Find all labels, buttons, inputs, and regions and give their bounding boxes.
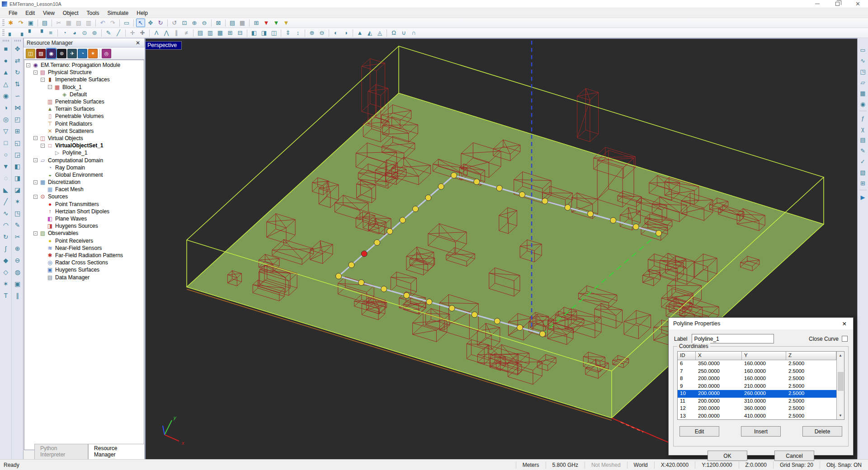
tree-item-em-terrano-propagation-module[interactable]: -◉EM.Terrano: Propagation Module xyxy=(24,61,144,69)
loft-icon[interactable]: ◬ xyxy=(375,28,384,37)
waypoint[interactable] xyxy=(472,312,477,318)
variables-icon[interactable]: χ xyxy=(858,123,868,134)
array-row-icon[interactable]: ▤ xyxy=(196,28,205,37)
section-tool-icon[interactable]: ◳ xyxy=(12,207,23,219)
view-front-icon[interactable]: ▤ xyxy=(228,19,237,27)
column-header-y[interactable]: Y xyxy=(742,352,786,360)
tree-expander-icon[interactable]: - xyxy=(26,63,30,67)
show-object-icon[interactable]: ◕ xyxy=(70,28,79,37)
insert-button[interactable]: Insert xyxy=(741,426,781,437)
freeze-object-icon[interactable]: ⊙ xyxy=(80,28,89,37)
tree-item-huygens-surfaces[interactable]: ▣Huygens Surfaces xyxy=(24,266,144,273)
intersect-tool-icon[interactable]: ◪ xyxy=(12,184,23,196)
waypoint[interactable] xyxy=(404,292,410,298)
weld-tool-icon[interactable]: ⊕ xyxy=(12,243,23,254)
star-tool-icon[interactable]: ✶ xyxy=(0,278,11,290)
tree-item-polyline-1[interactable]: ▷Polyline_1 xyxy=(24,149,144,156)
edit-nodes-icon[interactable]: ✎ xyxy=(12,219,23,231)
mirror-icon[interactable]: ◑ xyxy=(341,28,350,37)
cross-marker-icon[interactable]: ✛ xyxy=(128,28,137,37)
boolean-union-icon[interactable]: ◧ xyxy=(250,28,259,37)
cone-tool-icon[interactable]: ▲ xyxy=(0,66,11,78)
ellipse-tool-icon[interactable]: ◌ xyxy=(0,172,11,184)
validate-icon[interactable]: ✓ xyxy=(858,156,868,167)
column-header-id[interactable]: ID xyxy=(678,352,696,360)
omega-port-icon[interactable]: Ω xyxy=(389,28,398,37)
union-tool-icon[interactable]: ◧ xyxy=(12,160,23,172)
copy-icon[interactable]: ▦ xyxy=(64,19,73,27)
properties-tool-icon[interactable]: ▣ xyxy=(12,278,23,290)
waypoint[interactable] xyxy=(494,318,500,324)
menu-item-tools[interactable]: Tools xyxy=(83,9,104,17)
table-scrollbar[interactable]: ▲ ▼ xyxy=(836,352,844,419)
zoom-in-icon[interactable]: ⊕ xyxy=(190,19,199,27)
coordinate-row-7[interactable]: 7250.0000160.00002.5000 xyxy=(678,368,836,376)
align-left-icon[interactable]: ≡ xyxy=(46,28,55,37)
grid-array-icon[interactable]: ⊞ xyxy=(12,125,23,137)
tree-expander-icon[interactable]: - xyxy=(33,136,38,140)
scale-up-icon[interactable]: ⊕ xyxy=(307,28,316,37)
circle-tool-icon[interactable]: ○ xyxy=(0,149,11,160)
new-window-icon[interactable]: ▭ xyxy=(122,19,131,27)
coordinate-row-11[interactable]: 11200.0000310.00002.5000 xyxy=(678,398,836,405)
minimize-button[interactable] xyxy=(807,0,827,8)
waypoint[interactable] xyxy=(387,228,393,234)
boolean-intersect-icon[interactable]: ◫ xyxy=(269,28,278,37)
waypoint[interactable] xyxy=(542,198,548,204)
pyramid-tool-icon[interactable]: △ xyxy=(0,78,11,90)
measure-tool-icon[interactable]: ∥ xyxy=(12,290,23,301)
waypoint[interactable] xyxy=(426,299,432,305)
image-export-icon[interactable]: ▧ xyxy=(858,167,868,178)
detach-tool-icon[interactable]: ⊖ xyxy=(12,254,23,266)
tab-resource-manager[interactable]: Resource Manager xyxy=(88,444,145,459)
close-curve-checkbox[interactable] xyxy=(842,336,848,342)
scroll-thumb[interactable] xyxy=(838,372,844,391)
array-tool-icon[interactable]: ◰ xyxy=(12,113,23,125)
face-snap-icon[interactable]: ▝ xyxy=(36,28,45,37)
coordinate-row-9[interactable]: 9200.0000210.00002.5000 xyxy=(678,383,836,390)
intersect-set-icon[interactable]: ∩ xyxy=(409,28,418,37)
polyline-tool-icon[interactable]: ∿ xyxy=(0,207,11,219)
tree-item-block-1[interactable]: -▦Block_1 xyxy=(24,84,144,91)
plus-marker-icon[interactable]: ✚ xyxy=(138,28,147,37)
waypoint[interactable] xyxy=(588,211,594,217)
hide-object-icon[interactable]: ◔ xyxy=(60,28,69,37)
waypoint[interactable] xyxy=(400,217,406,223)
line-draw-icon[interactable]: ╱ xyxy=(114,28,123,37)
move-vertical-icon[interactable]: ⇕ xyxy=(283,28,292,37)
tree-item-point-radiators[interactable]: ⊤Point Radiators xyxy=(24,120,144,127)
tree-item-physical-structure[interactable]: -▤Physical Structure xyxy=(24,69,144,76)
tree-expander-icon[interactable]: - xyxy=(41,78,45,82)
column-header-z[interactable]: Z xyxy=(786,352,836,360)
tree-item-discretization[interactable]: -▦Discretization xyxy=(24,179,144,186)
link-tool-icon[interactable]: ∽ xyxy=(12,90,23,102)
scroll-down-icon[interactable]: ▼ xyxy=(837,412,844,419)
mesh-grid-icon[interactable]: ▦ xyxy=(858,88,868,99)
fkey-yellow-icon[interactable]: ▼ xyxy=(282,19,291,27)
label-input[interactable] xyxy=(692,334,774,343)
import-icon[interactable]: ↷ xyxy=(16,19,25,27)
tree-item-ray-domain[interactable]: ◔Ray Domain xyxy=(24,164,144,171)
waypoint[interactable] xyxy=(451,173,457,179)
curve-tool-icon[interactable]: ∫ xyxy=(0,243,11,254)
redo-icon[interactable]: ↷ xyxy=(108,19,117,27)
scroll-up-icon[interactable]: ▲ xyxy=(837,352,844,359)
valley-icon[interactable]: ⋀ xyxy=(162,28,171,37)
pan-icon[interactable]: ✥ xyxy=(146,19,155,27)
waypoint[interactable] xyxy=(349,262,354,268)
module-empicasso-icon[interactable]: ◔ xyxy=(78,49,87,58)
gem-tool-icon[interactable]: ◇ xyxy=(0,266,11,278)
menu-item-edit[interactable]: Edit xyxy=(21,9,39,17)
tree-item-penetrable-volumes[interactable]: ▯Penetrable Volumes xyxy=(24,113,144,120)
panel-close-icon[interactable]: ✕ xyxy=(134,40,142,46)
tree-item-impenetrable-surfaces[interactable]: -▮Impenetrable Surfaces xyxy=(24,76,144,83)
module-emcube-icon[interactable]: ◫ xyxy=(26,49,35,58)
waypoint[interactable] xyxy=(438,183,444,189)
tree-item-facet-mesh[interactable]: ▦Facet Mesh xyxy=(24,186,144,193)
waypoint[interactable] xyxy=(565,205,571,211)
tree-item-point-receivers[interactable]: ●Point Receivers xyxy=(24,237,144,244)
delete-button[interactable]: Delete xyxy=(802,426,842,437)
subtract-tool-icon[interactable]: ◨ xyxy=(12,172,23,184)
tree-item-huygens-sources[interactable]: ◨Huygens Sources xyxy=(24,222,144,230)
tree-item-data-manager[interactable]: ▤Data Manager xyxy=(24,273,144,281)
